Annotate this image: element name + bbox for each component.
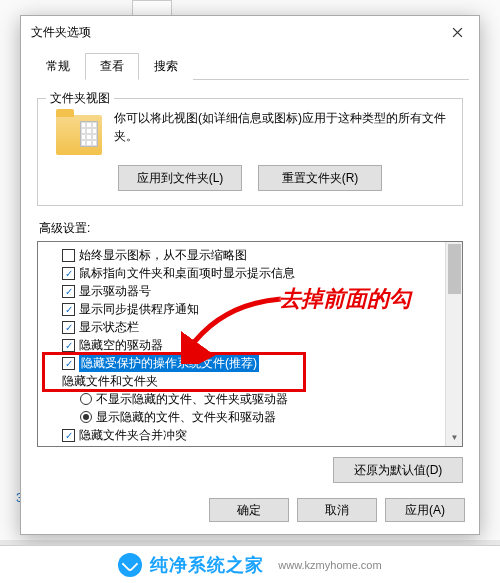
watermark-bar: 纯净系统之家 www.kzmyhome.com [0,545,500,583]
close-button[interactable] [435,17,479,47]
advanced-item-label: 显示驱动器号 [79,283,151,300]
apply-button[interactable]: 应用(A) [385,498,465,522]
restore-defaults-button[interactable]: 还原为默认值(D) [333,457,463,483]
advanced-item-label: 隐藏文件夹合并冲突 [79,427,187,444]
checkbox-icon[interactable]: ✓ [62,303,75,316]
dialog-title: 文件夹选项 [31,24,91,41]
watermark-brand: 纯净系统之家 [150,553,264,577]
advanced-item[interactable]: ✓隐藏空的驱动器 [44,336,442,354]
folder-views-legend: 文件夹视图 [46,90,114,107]
advanced-item-label: 不显示隐藏的文件、文件夹或驱动器 [96,391,288,408]
advanced-item[interactable]: 隐藏文件和文件夹 [44,372,442,390]
advanced-item-label: 显示同步提供程序通知 [79,301,199,318]
dialog-button-row: 确定 取消 应用(A) [209,498,465,522]
checkbox-icon[interactable]: ✓ [62,357,75,370]
folder-views-group: 文件夹视图 你可以将此视图(如详细信息或图标)应用于这种类型的所有文件夹。 应用… [37,98,463,206]
checkbox-icon[interactable]: ✓ [62,321,75,334]
cancel-button[interactable]: 取消 [297,498,377,522]
scroll-down-icon[interactable]: ▼ [446,429,463,446]
radio-icon[interactable] [80,411,92,423]
advanced-item[interactable]: 显示隐藏的文件、文件夹和驱动器 [44,408,442,426]
reset-folders-button[interactable]: 重置文件夹(R) [258,165,382,191]
advanced-settings-list: 始终显示图标，从不显示缩略图✓鼠标指向文件夹和桌面项时显示提示信息✓显示驱动器号… [38,242,462,447]
checkbox-icon[interactable]: ✓ [62,267,75,280]
checkbox-icon[interactable]: ✓ [62,429,75,442]
tab-search[interactable]: 搜索 [139,53,193,80]
advanced-item[interactable]: ✓隐藏已知文件类型的扩展名 [44,444,442,447]
ok-button[interactable]: 确定 [209,498,289,522]
advanced-item-label: 始终显示图标，从不显示缩略图 [79,247,247,264]
advanced-item[interactable]: ✓显示同步提供程序通知 [44,300,442,318]
checkbox-icon[interactable]: ✓ [62,285,75,298]
tab-strip: 常规 查看 搜索 [31,52,469,80]
advanced-item[interactable]: ✓显示驱动器号 [44,282,442,300]
tab-view[interactable]: 查看 [85,53,139,80]
checkbox-icon[interactable]: ✓ [62,447,75,448]
advanced-item[interactable]: ✓隐藏受保护的操作系统文件(推荐) [44,354,442,372]
radio-icon[interactable] [80,393,92,405]
dialog-body: 文件夹视图 你可以将此视图(如详细信息或图标)应用于这种类型的所有文件夹。 应用… [21,80,479,493]
advanced-item-label: 鼠标指向文件夹和桌面项时显示提示信息 [79,265,295,282]
checkbox-icon[interactable] [62,249,75,262]
folder-views-desc: 你可以将此视图(如详细信息或图标)应用于这种类型的所有文件夹。 [114,109,450,145]
titlebar: 文件夹选项 [21,16,479,48]
close-icon [452,27,463,38]
advanced-settings-label: 高级设置: [39,220,463,237]
advanced-item-label: 隐藏空的驱动器 [79,337,163,354]
advanced-item[interactable]: ✓显示状态栏 [44,318,442,336]
tab-general[interactable]: 常规 [31,53,85,80]
advanced-item-label: 隐藏已知文件类型的扩展名 [79,445,223,448]
advanced-item[interactable]: 不显示隐藏的文件、文件夹或驱动器 [44,390,442,408]
scrollbar-thumb[interactable] [448,244,461,294]
advanced-item[interactable]: 始终显示图标，从不显示缩略图 [44,246,442,264]
advanced-item[interactable]: ✓隐藏文件夹合并冲突 [44,426,442,444]
advanced-item[interactable]: ✓鼠标指向文件夹和桌面项时显示提示信息 [44,264,442,282]
folder-options-dialog: 文件夹选项 常规 查看 搜索 文件夹视图 你可以将此视图(如详细信息或图标)应用… [20,15,480,535]
checkbox-icon[interactable]: ✓ [62,339,75,352]
advanced-item-label: 显示隐藏的文件、文件夹和驱动器 [96,409,276,426]
folder-icon [56,115,102,155]
advanced-settings-panel: 始终显示图标，从不显示缩略图✓鼠标指向文件夹和桌面项时显示提示信息✓显示驱动器号… [37,241,463,447]
scrollbar[interactable]: ▲ ▼ [445,242,462,446]
advanced-item-label: 隐藏受保护的操作系统文件(推荐) [79,355,259,372]
advanced-item-label: 显示状态栏 [79,319,139,336]
watermark-logo-icon [118,553,142,577]
watermark-url: www.kzmyhome.com [278,559,381,571]
advanced-item-label: 隐藏文件和文件夹 [62,373,158,390]
apply-to-folders-button[interactable]: 应用到文件夹(L) [118,165,242,191]
